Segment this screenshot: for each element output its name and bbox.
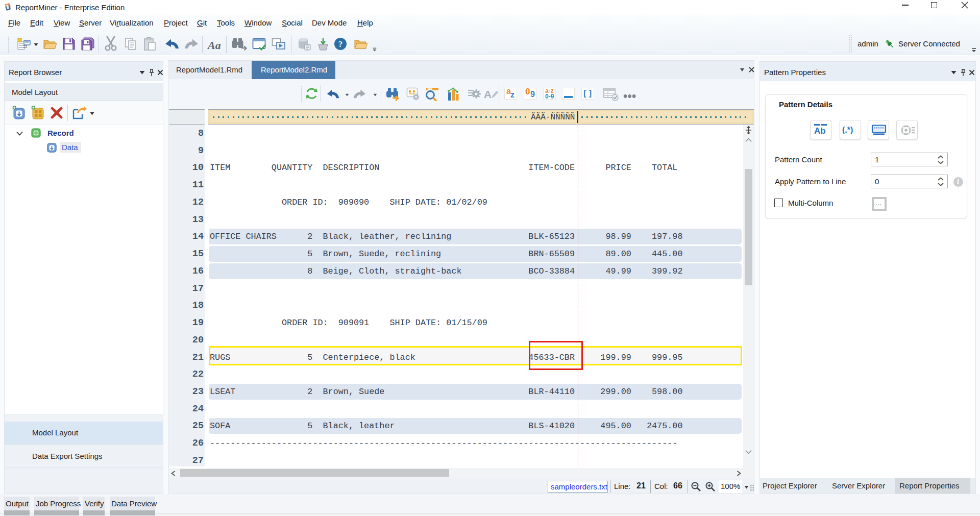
svg-text:?: ? [338, 39, 343, 49]
